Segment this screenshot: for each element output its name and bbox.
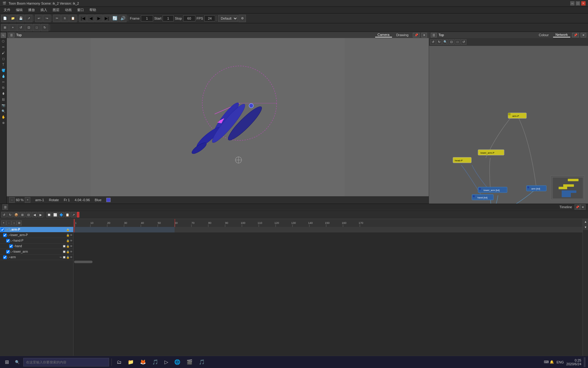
node-btn4[interactable]: ⊡ <box>449 39 454 45</box>
tool-transform[interactable]: ⊕ <box>1 120 6 125</box>
layer-btn4[interactable]: ⊞ <box>17 220 22 225</box>
taskbar-app2[interactable]: 🦊 <box>138 357 149 367</box>
tl-btn12[interactable]: ↗ <box>71 212 76 217</box>
layer-vis-lower-arm[interactable] <box>6 250 10 254</box>
tool-camera[interactable]: 📷 <box>1 102 6 108</box>
tool-contour[interactable]: ⬡ <box>1 38 6 44</box>
tool-ik[interactable]: ⛓ <box>1 97 6 102</box>
vp-right-close[interactable]: ✕ <box>581 33 586 37</box>
default-dropdown[interactable]: Default <box>218 15 238 22</box>
tool-deform[interactable]: ⬮ <box>1 91 6 96</box>
undo-btn[interactable]: ↩ <box>35 15 43 22</box>
next-frame-btn[interactable]: ▶| <box>103 15 111 22</box>
tl-btn2[interactable]: ↻ <box>7 212 13 217</box>
tl-btn7[interactable]: ▶ <box>38 212 43 217</box>
tool-text[interactable]: T <box>1 62 6 67</box>
tool-select[interactable]: ↖ <box>1 33 6 38</box>
scroll-down-btn[interactable]: ▼ <box>583 224 588 230</box>
fps-input[interactable] <box>204 15 215 21</box>
tl-btn6[interactable]: ◀ <box>32 212 37 217</box>
copy-btn[interactable]: ⎘ <box>61 15 69 22</box>
save-btn[interactable]: 💾 <box>17 15 24 22</box>
tl-btn9[interactable]: ⬜ <box>52 212 58 217</box>
frame-input[interactable] <box>141 15 153 21</box>
layer-row-lower-arm[interactable]: L + lower_arm 🔲 🔒 👁 <box>0 249 73 255</box>
cut-btn[interactable]: ✂ <box>53 15 61 22</box>
timeline-scroll-thumb[interactable] <box>74 261 92 263</box>
vp-tab-colour[interactable]: Colour <box>536 33 551 37</box>
node-btn5[interactable]: □ <box>455 39 460 45</box>
del-layer-btn[interactable]: - <box>6 220 11 225</box>
vp-zoom-in[interactable]: + <box>25 197 30 203</box>
minimize-button[interactable]: ─ <box>570 1 575 6</box>
tb2-btn4[interactable]: ⊡ <box>25 24 32 31</box>
tool-pencil[interactable]: ✏ <box>1 44 6 50</box>
tl-btn10[interactable]: 🔷 <box>58 212 64 217</box>
vp-left-menu-btn[interactable]: ☰ <box>9 33 14 37</box>
tl-btn11[interactable]: 📋 <box>65 212 70 217</box>
redo-btn[interactable]: ↪ <box>43 15 51 22</box>
add-layer-btn[interactable]: + <box>1 220 6 225</box>
play-start-btn[interactable]: |◀ <box>79 15 87 22</box>
tb2-btn1[interactable]: ⊞ <box>1 24 9 31</box>
tool-paint[interactable]: 🪣 <box>1 67 6 73</box>
open-btn[interactable]: 📁 <box>9 15 17 22</box>
vp-tab-drawing[interactable]: Drawing <box>394 33 411 37</box>
vp-tab-network[interactable]: Network <box>553 33 570 37</box>
vp-right-menu-btn[interactable]: ☰ <box>431 33 437 37</box>
taskbar-search[interactable] <box>23 358 109 366</box>
maximize-button[interactable]: □ <box>576 1 580 6</box>
menu-edit[interactable]: 编辑 <box>13 7 25 13</box>
node-btn3[interactable]: 🔍 <box>443 39 448 45</box>
layer-vis-hand-p[interactable] <box>6 239 10 243</box>
settings-btn[interactable]: ⚙ <box>239 15 246 22</box>
layer-vis-hand[interactable] <box>9 244 13 248</box>
taskbar-app3[interactable]: 🎵 <box>150 357 161 367</box>
vp-tab-camera[interactable]: Camera <box>375 33 392 37</box>
menu-play[interactable]: 播放 <box>26 7 37 13</box>
menu-window[interactable]: 窗口 <box>75 7 86 13</box>
timeline-menu-btn[interactable]: ☰ <box>2 204 8 210</box>
tool-morph[interactable]: ⧉ <box>1 85 6 90</box>
new-btn[interactable]: 📄 <box>1 15 9 22</box>
tool-zoom[interactable]: 🔍 <box>1 108 6 114</box>
menu-layer[interactable]: 图层 <box>50 7 62 13</box>
tool-eraser[interactable]: ◻ <box>1 56 6 61</box>
layer-row-hand[interactable]: + hand 🔲 🔒 👁 <box>0 243 73 249</box>
prev-frame-btn[interactable]: ◀ <box>87 15 95 22</box>
tool-brush[interactable]: 🖌 <box>1 50 6 56</box>
node-btn6[interactable]: ↺ <box>461 39 466 45</box>
menu-animation[interactable]: 动画 <box>62 7 74 13</box>
tl-btn3[interactable]: 📦 <box>13 212 19 217</box>
node-btn2[interactable]: ↻ <box>436 39 442 45</box>
tb2-btn2[interactable]: + <box>9 24 17 31</box>
stop-input[interactable] <box>183 15 195 21</box>
tool-pan[interactable]: ✋ <box>1 114 6 120</box>
taskbar-app6[interactable]: 🎵 <box>196 357 207 367</box>
taskbar-toonboom[interactable]: 🎬 <box>184 357 195 367</box>
timeline-scrollbar[interactable] <box>74 260 582 264</box>
tb2-btn3[interactable]: ↺ <box>17 24 24 31</box>
layer-vis-arm-p[interactable] <box>1 228 4 232</box>
vp-zoom-out[interactable]: - <box>9 197 15 203</box>
tl-btn4[interactable]: ⊞ <box>20 212 25 217</box>
vp-left-pin[interactable]: 📌 <box>413 33 420 37</box>
play-btn[interactable]: ▶ <box>95 15 103 22</box>
layer-row-arm-p[interactable]: L + 🔧 arm-P 🔒 👁 <box>0 227 73 232</box>
tl-btn1[interactable]: ↺ <box>1 212 7 217</box>
paste-btn[interactable]: 📋 <box>69 15 77 22</box>
close-button[interactable]: ✕ <box>581 1 586 6</box>
menu-help[interactable]: 帮助 <box>87 7 99 13</box>
menu-file[interactable]: 文件 <box>1 7 13 13</box>
search-btn[interactable]: 🔍 <box>13 357 22 367</box>
loop-btn[interactable]: 🔄 <box>111 15 119 22</box>
start-button[interactable]: ⊞ <box>2 357 11 367</box>
tb2-btn6[interactable]: ↻ <box>41 24 48 31</box>
layer-row-arm[interactable]: L + arm ✏ 🔲 🔒 👁 <box>0 255 73 260</box>
timeline-pin[interactable]: 📌 <box>575 204 580 210</box>
tool-eyedrop[interactable]: 💧 <box>1 73 6 79</box>
taskbar-app1[interactable]: 📁 <box>125 357 136 367</box>
timeline-close[interactable]: ✕ <box>580 204 586 210</box>
menu-insert[interactable]: 插入 <box>38 7 50 13</box>
tool-cut[interactable]: ✂ <box>1 79 6 85</box>
